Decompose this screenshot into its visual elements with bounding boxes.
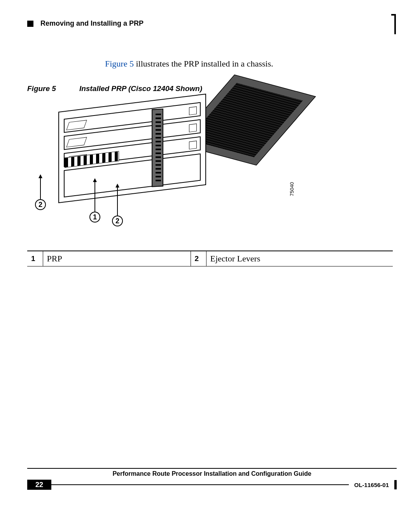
mounting-strip	[152, 109, 163, 187]
footer-bottom-row: 22 OL-11656-01	[27, 480, 397, 490]
legend-label: PRP	[43, 251, 191, 266]
legend-number: 1	[27, 251, 43, 266]
intro-text: illustrates the PRP installed in a chass…	[134, 59, 273, 68]
document-id: OL-11656-01	[349, 482, 394, 488]
callout-arrow-icon	[93, 178, 97, 182]
section-title: Removing and Installing a PRP	[40, 19, 144, 28]
legend-number: 2	[191, 251, 206, 266]
legend-label: Ejector Levers	[206, 251, 393, 266]
intro-paragraph: Figure 5 illustrates the PRP installed i…	[105, 59, 393, 69]
figure-label: Figure 5	[27, 84, 56, 93]
crop-mark-icon	[391, 14, 396, 34]
figure-caption: Figure 5 Installed PRP (Cisco 12404 Show…	[27, 84, 393, 93]
image-id-label: 75040	[289, 182, 295, 196]
callout-lead	[117, 187, 118, 216]
footer-rule	[51, 484, 349, 485]
figure-illustration: 75040 2 1 2	[27, 103, 292, 231]
callout-arrow-icon	[116, 184, 119, 188]
page-footer: Performance Route Processor Installation…	[27, 468, 397, 491]
callout-bubble: 2	[112, 216, 123, 226]
callout-arrow-icon	[38, 174, 42, 178]
callout-number: 2	[38, 201, 42, 209]
callout-lead	[40, 177, 41, 199]
page-header: Removing and Installing a PRP	[27, 19, 393, 28]
footer-rule	[27, 468, 397, 469]
footer-guide-title: Performance Route Processor Installation…	[27, 470, 397, 480]
figure-ref-link[interactable]: Figure 5	[105, 59, 134, 68]
callout-lead	[94, 181, 95, 212]
header-bullet-icon	[27, 21, 33, 27]
callout-bubble: 1	[89, 212, 100, 223]
figure-title: Installed PRP (Cisco 12404 Shown)	[79, 84, 202, 93]
crop-mark-icon	[394, 480, 397, 489]
callout-number: 2	[116, 217, 119, 225]
callout-number: 1	[93, 213, 97, 221]
callout-legend-table: 1 PRP 2 Ejector Levers	[27, 251, 393, 266]
table-row: 1 PRP 2 Ejector Levers	[27, 251, 393, 266]
page-number-badge: 22	[27, 480, 51, 490]
callout-bubble: 2	[35, 199, 46, 210]
chassis-front	[58, 94, 206, 203]
